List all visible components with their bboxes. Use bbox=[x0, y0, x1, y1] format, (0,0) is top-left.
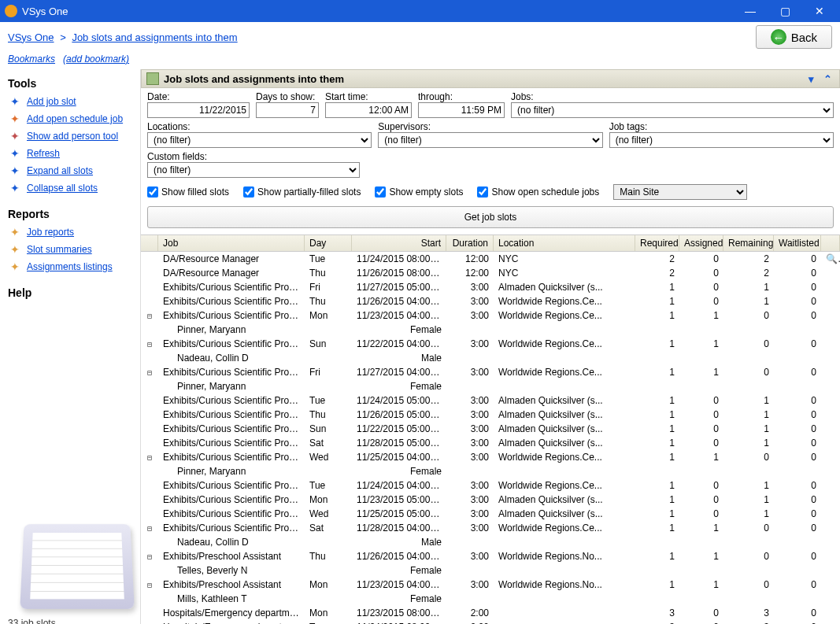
tree-cell[interactable]: ⊟ bbox=[141, 310, 158, 321]
back-button[interactable]: ← Back bbox=[756, 25, 832, 49]
col-location[interactable]: Location bbox=[494, 235, 635, 251]
col-assigned[interactable]: Assigned bbox=[679, 235, 723, 251]
panel-collapse-icon[interactable]: ⌃ bbox=[821, 73, 834, 85]
col-extra[interactable] bbox=[821, 235, 840, 251]
slot-row[interactable]: Exhibits/Curious Scientific ProjectSun11… bbox=[141, 422, 840, 436]
slot-row[interactable]: ⊟Exhibits/Curious Scientific ProjectWed1… bbox=[141, 450, 840, 464]
help-heading[interactable]: Help bbox=[8, 286, 132, 299]
loc-cell: NYC bbox=[494, 253, 635, 265]
site-select[interactable]: Main Site bbox=[613, 184, 747, 200]
slot-row[interactable]: ⊟Exhibits/Curious Scientific ProjectFri1… bbox=[141, 365, 840, 379]
get-job-slots-button[interactable]: Get job slots bbox=[147, 206, 834, 228]
ext-cell bbox=[821, 584, 840, 585]
sidebar-tool-label[interactable]: Expand all slots bbox=[27, 165, 93, 176]
sidebar-report-label[interactable]: Assignments listings bbox=[27, 261, 113, 272]
slot-row[interactable]: DA/Resource ManagerTue11/24/2015 08:00 A… bbox=[141, 252, 840, 266]
person-row[interactable]: Pinner, MaryannFemale bbox=[141, 323, 840, 337]
check-empty[interactable]: Show empty slots bbox=[375, 186, 463, 198]
col-tree[interactable] bbox=[141, 235, 158, 251]
add-bookmark-link[interactable]: (add bookmark) bbox=[63, 54, 129, 65]
slot-row[interactable]: Hospitals/Emergency departmentMon11/23/2… bbox=[141, 606, 840, 620]
breadcrumb-page[interactable]: Job slots and assignments into them bbox=[72, 31, 237, 43]
slot-row[interactable]: Exhibits/Curious Scientific ProjectTue11… bbox=[141, 478, 840, 493]
slot-row[interactable]: Exhibits/Curious Scientific ProjectThu11… bbox=[141, 408, 840, 422]
sidebar-tool-3[interactable]: ✦Refresh bbox=[8, 145, 132, 162]
sidebar-tool-4[interactable]: ✦Expand all slots bbox=[8, 162, 132, 179]
ext-cell[interactable]: 🔍 bbox=[821, 253, 840, 265]
slot-row[interactable]: ⊟Exhibits/Curious Scientific ProjectSat1… bbox=[141, 521, 840, 535]
tree-cell[interactable]: ⊟ bbox=[141, 452, 158, 463]
col-start[interactable]: Start bbox=[352, 235, 446, 251]
col-day[interactable]: Day bbox=[305, 235, 352, 251]
slot-row[interactable]: ⊟Exhibits/Curious Scientific ProjectSun1… bbox=[141, 337, 840, 351]
supervisors-select[interactable]: (no filter) bbox=[378, 132, 602, 148]
slot-row[interactable]: ⊟Exhibits/Curious Scientific ProjectMon1… bbox=[141, 308, 840, 323]
slot-row[interactable]: ⊟Exhibits/Preschool AssistantMon11/23/20… bbox=[141, 578, 840, 592]
tree-cell[interactable]: ⊟ bbox=[141, 579, 158, 590]
sidebar-report-label[interactable]: Job reports bbox=[27, 227, 74, 238]
sidebar-report-0[interactable]: ✦Job reports bbox=[8, 223, 132, 241]
date-input[interactable] bbox=[147, 102, 250, 118]
person-row[interactable]: Nadeau, Collin DMale bbox=[141, 351, 840, 365]
slot-row[interactable]: Exhibits/Curious Scientific ProjectSat11… bbox=[141, 436, 840, 450]
rem-cell: 0 bbox=[723, 309, 774, 322]
slot-row[interactable]: ⊟Exhibits/Preschool AssistantThu11/26/20… bbox=[141, 549, 840, 563]
slot-row[interactable]: Hospitals/Emergency departmentTue11/24/2… bbox=[141, 620, 840, 624]
slot-row[interactable]: Exhibits/Curious Scientific ProjectMon11… bbox=[141, 493, 840, 507]
slot-row[interactable]: Exhibits/Curious Scientific ProjectTue11… bbox=[141, 393, 840, 408]
tree-cell[interactable]: ⊟ bbox=[141, 338, 158, 349]
check-open[interactable]: Show open schedule jobs bbox=[477, 186, 599, 198]
day-cell: Thu bbox=[305, 267, 352, 279]
sidebar-tool-1[interactable]: ✦Add open schedule job bbox=[8, 110, 132, 127]
bookmarks-link[interactable]: Bookmarks bbox=[8, 54, 55, 65]
col-job[interactable]: Job bbox=[158, 235, 305, 251]
sidebar-report-2[interactable]: ✦Assignments listings bbox=[8, 258, 132, 275]
ext-cell bbox=[821, 272, 840, 274]
tree-cell[interactable]: ⊟ bbox=[141, 551, 158, 562]
jobs-select[interactable]: (no filter) bbox=[511, 102, 834, 118]
sidebar-report-label[interactable]: Slot summaries bbox=[27, 244, 92, 255]
col-duration[interactable]: Duration bbox=[446, 235, 494, 251]
tags-select[interactable]: (no filter) bbox=[609, 132, 834, 148]
panel-menu-icon[interactable]: ▾ bbox=[806, 73, 816, 85]
tree-cell[interactable]: ⊟ bbox=[141, 522, 158, 534]
close-button[interactable]: ✕ bbox=[804, 2, 835, 20]
dur-cell: 3:00 bbox=[446, 578, 494, 591]
person-row[interactable]: Nadeau, Collin DMale bbox=[141, 535, 840, 549]
custom-select[interactable]: (no filter) bbox=[147, 162, 360, 178]
sidebar-tool-label[interactable]: Add job slot bbox=[27, 96, 76, 107]
person-row[interactable]: Pinner, MaryannFemale bbox=[141, 464, 840, 478]
start-cell: 11/24/2015 04:00 PM bbox=[352, 479, 446, 492]
person-row[interactable]: Mills, Kathleen TFemale bbox=[141, 592, 840, 606]
check-partial[interactable]: Show partially-filled slots bbox=[243, 186, 361, 198]
breadcrumb: VSys One > Job slots and assignments int… bbox=[0, 22, 840, 52]
slot-row[interactable]: Exhibits/Curious Scientific ProjectWed11… bbox=[141, 507, 840, 521]
sidebar-tool-0[interactable]: ✦Add job slot bbox=[8, 93, 132, 110]
sidebar-tool-label[interactable]: Add open schedule job bbox=[27, 113, 123, 124]
start-input[interactable] bbox=[325, 102, 412, 118]
slot-row[interactable]: DA/Resource ManagerThu11/26/2015 08:00 A… bbox=[141, 266, 840, 280]
days-input[interactable] bbox=[256, 102, 319, 118]
person-row[interactable]: Pinner, MaryannFemale bbox=[141, 379, 840, 393]
sidebar-tool-2[interactable]: ✦Show add person tool bbox=[8, 127, 132, 145]
ext-cell bbox=[821, 499, 840, 500]
slot-row[interactable]: Exhibits/Curious Scientific ProjectFri11… bbox=[141, 280, 840, 294]
tree-cell[interactable]: ⊟ bbox=[141, 367, 158, 378]
col-remaining[interactable]: Remaining bbox=[723, 235, 774, 251]
sidebar-tool-label[interactable]: Collapse all slots bbox=[27, 183, 98, 194]
locations-select[interactable]: (no filter) bbox=[147, 132, 372, 148]
loc-cell: Worldwide Regions.No... bbox=[494, 550, 635, 563]
col-waitlisted[interactable]: Waitlisted bbox=[774, 235, 821, 251]
breadcrumb-root[interactable]: VSys One bbox=[8, 31, 54, 43]
sidebar-tool-label[interactable]: Show add person tool bbox=[27, 131, 118, 142]
through-input[interactable] bbox=[418, 102, 505, 118]
slot-row[interactable]: Exhibits/Curious Scientific ProjectThu11… bbox=[141, 294, 840, 308]
sidebar-tool-5[interactable]: ✦Collapse all slots bbox=[8, 179, 132, 197]
maximize-button[interactable]: ▢ bbox=[769, 2, 801, 20]
sidebar-tool-label[interactable]: Refresh bbox=[27, 148, 60, 159]
minimize-button[interactable]: — bbox=[735, 2, 766, 20]
col-required[interactable]: Required bbox=[635, 235, 679, 251]
check-filled[interactable]: Show filled slots bbox=[147, 186, 229, 198]
person-row[interactable]: Telles, Beverly NFemale bbox=[141, 563, 840, 578]
sidebar-report-1[interactable]: ✦Slot summaries bbox=[8, 241, 132, 258]
